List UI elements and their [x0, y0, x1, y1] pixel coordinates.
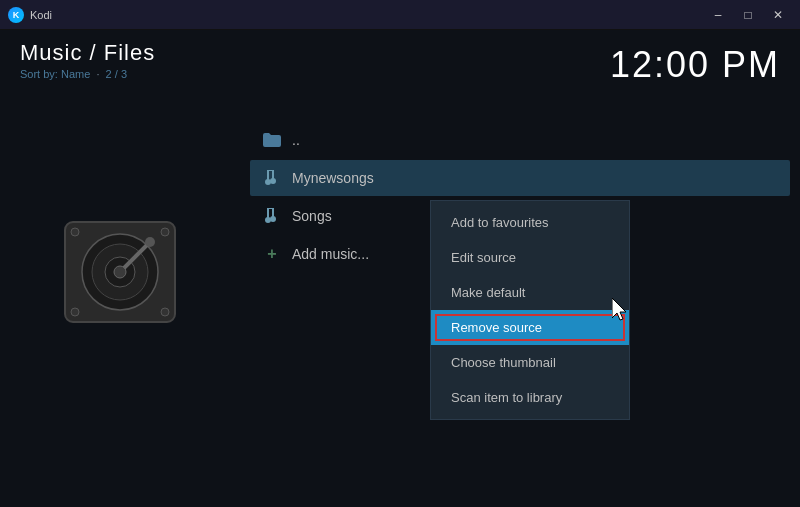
list-item[interactable]: .. — [250, 122, 790, 158]
title-bar: K Kodi – □ ✕ — [0, 0, 800, 30]
main-area: Music / Files Sort by: Name · 2 / 3 12:0… — [0, 30, 800, 507]
menu-item-make-default[interactable]: Make default — [431, 275, 629, 310]
page-title: Music / Files — [20, 40, 155, 66]
maximize-button[interactable]: □ — [734, 5, 762, 25]
svg-point-15 — [270, 178, 276, 184]
title-bar-left: K Kodi — [8, 7, 52, 23]
music-icon-2 — [262, 206, 282, 226]
close-button[interactable]: ✕ — [764, 5, 792, 25]
clock: 12:00 PM — [610, 44, 780, 86]
folder-icon — [262, 130, 282, 150]
add-music-label: Add music... — [292, 246, 369, 262]
menu-item-choose-thumbnail[interactable]: Choose thumbnail — [431, 345, 629, 380]
svg-point-7 — [71, 228, 79, 236]
mynewsongs-label: Mynewsongs — [292, 170, 374, 186]
svg-point-9 — [71, 308, 79, 316]
svg-point-14 — [265, 179, 271, 185]
content-area: .. Mynewsongs Songs + Add music... — [0, 92, 800, 452]
context-menu: Add to favourites Edit source Make defau… — [430, 200, 630, 420]
svg-point-5 — [145, 237, 155, 247]
music-icon — [262, 168, 282, 188]
svg-rect-11 — [267, 170, 269, 180]
kodi-icon: K — [8, 7, 24, 23]
hdd-icon — [60, 217, 180, 327]
sort-position: 2 / 3 — [106, 68, 127, 80]
svg-point-19 — [265, 217, 271, 223]
header-left: Music / Files Sort by: Name · 2 / 3 — [20, 40, 155, 80]
window-controls: – □ ✕ — [704, 5, 792, 25]
sort-info: Sort by: Name · 2 / 3 — [20, 68, 155, 80]
list-item[interactable]: Mynewsongs — [250, 160, 790, 196]
add-icon: + — [262, 244, 282, 264]
svg-point-20 — [270, 216, 276, 222]
dotdot-label: .. — [292, 132, 300, 148]
menu-item-edit-source[interactable]: Edit source — [431, 240, 629, 275]
songs-label: Songs — [292, 208, 332, 224]
menu-item-remove-source[interactable]: Remove source — [431, 310, 629, 345]
svg-point-8 — [161, 228, 169, 236]
title-bar-title: Kodi — [30, 9, 52, 21]
header: Music / Files Sort by: Name · 2 / 3 12:0… — [0, 30, 800, 92]
svg-point-6 — [114, 266, 126, 278]
svg-point-10 — [161, 308, 169, 316]
menu-item-scan-to-library[interactable]: Scan item to library — [431, 380, 629, 415]
menu-item-add-favourites[interactable]: Add to favourites — [431, 205, 629, 240]
left-panel — [0, 102, 240, 442]
minimize-button[interactable]: – — [704, 5, 732, 25]
sort-label: Sort by: Name — [20, 68, 90, 80]
svg-rect-16 — [267, 208, 269, 218]
